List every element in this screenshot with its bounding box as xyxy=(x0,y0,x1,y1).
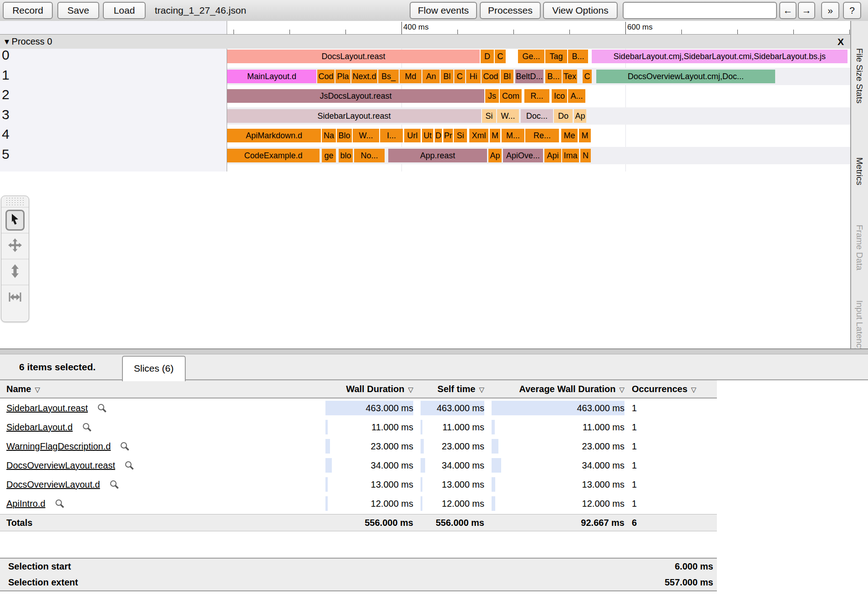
trace-slice[interactable]: Md xyxy=(400,70,421,83)
slice-name-link[interactable]: SidebarLayout.reast xyxy=(6,403,88,413)
trace-slice[interactable]: CodeExample.d xyxy=(227,149,320,162)
trace-slice[interactable]: Re... xyxy=(525,129,559,142)
trace-slice[interactable]: D xyxy=(435,129,442,142)
trace-slice[interactable]: DocsOverviewLayout.cmj,Doc... xyxy=(596,70,775,83)
more-options-button[interactable]: » xyxy=(821,2,839,19)
trace-slice[interactable]: Next.d xyxy=(351,70,377,83)
trace-slice[interactable]: Ge... xyxy=(518,50,544,63)
trace-slice[interactable]: Ico xyxy=(552,89,567,103)
trace-slice[interactable]: Cod xyxy=(482,70,500,83)
column-header-average-wall-duration[interactable]: Average Wall Duration▽ xyxy=(405,380,624,398)
trace-slice[interactable]: MainLayout.d xyxy=(227,70,316,83)
trace-slice[interactable]: M... xyxy=(502,129,524,142)
processes-button[interactable]: Processes xyxy=(480,2,541,19)
column-header-name[interactable]: Name▽ xyxy=(6,380,257,398)
view-options-button[interactable]: View Options xyxy=(543,2,618,19)
find-previous-button[interactable]: ← xyxy=(779,2,797,19)
trace-slice[interactable]: B... xyxy=(568,50,588,63)
load-button[interactable]: Load xyxy=(103,2,146,19)
trace-slice[interactable]: Ima xyxy=(562,149,579,162)
trace-slice[interactable]: A... xyxy=(568,89,585,103)
column-header-occurrences[interactable]: Occurrences▽ xyxy=(632,380,713,398)
trace-slice[interactable]: Ut xyxy=(422,129,433,142)
trace-slice[interactable]: Pr xyxy=(443,129,453,142)
trace-slice[interactable]: Bl xyxy=(501,70,513,83)
trace-slice[interactable]: Cod xyxy=(317,70,335,83)
trace-slice[interactable]: blo xyxy=(339,149,353,162)
trace-slice[interactable]: W... xyxy=(353,129,379,142)
trace-slice[interactable]: Tex xyxy=(563,70,577,83)
trace-slice[interactable]: Xml xyxy=(469,129,488,142)
trace-slice[interactable]: Bs_ xyxy=(378,70,399,83)
sidebar-tab-metrics[interactable]: Metrics xyxy=(854,157,864,185)
tab-slices[interactable]: Slices (6) xyxy=(122,356,186,381)
trace-slice[interactable]: D xyxy=(481,50,494,63)
magnifier-icon[interactable] xyxy=(82,422,92,432)
trace-slice[interactable]: An xyxy=(422,70,440,83)
trace-slice[interactable]: Js xyxy=(485,89,499,103)
magnifier-icon[interactable] xyxy=(55,499,65,509)
trace-slice[interactable]: C xyxy=(583,70,592,83)
sidebar-tab-frame-data[interactable]: Frame Data xyxy=(854,225,864,270)
trace-slice[interactable]: Com xyxy=(500,89,522,103)
trace-slice[interactable]: Ap xyxy=(574,109,586,123)
record-button[interactable]: Record xyxy=(3,2,53,19)
trace-slice[interactable]: Doc... xyxy=(521,109,553,123)
trace-slice[interactable]: SidebarLayout.reast xyxy=(227,109,481,123)
process-title[interactable]: ▾ Process 0 xyxy=(5,35,52,49)
search-input[interactable] xyxy=(623,2,777,19)
slice-name-link[interactable]: SidebarLayout.d xyxy=(6,422,73,432)
slice-name-link[interactable]: WarningFlagDescription.d xyxy=(6,441,111,451)
timeline-tracks[interactable]: 0DocsLayout.reastDCGe...TagB...SidebarLa… xyxy=(0,49,850,348)
sidebar-tab-file-size-stats[interactable]: File Size Stats xyxy=(854,48,864,103)
help-button[interactable]: ? xyxy=(843,2,861,19)
trace-slice[interactable]: R... xyxy=(524,89,549,103)
trace-slice[interactable]: Si xyxy=(454,129,467,142)
save-button[interactable]: Save xyxy=(57,2,99,19)
slice-name-link[interactable]: ApiIntro.d xyxy=(6,499,46,509)
trace-slice[interactable]: ApiMarkdown.d xyxy=(227,129,321,142)
trace-slice[interactable]: Me xyxy=(561,129,578,142)
trace-slice[interactable]: Pla xyxy=(335,70,350,83)
trace-slice[interactable]: M xyxy=(579,129,591,142)
magnifier-icon[interactable] xyxy=(109,479,119,489)
trace-slice[interactable]: No... xyxy=(354,149,385,162)
slice-name-link[interactable]: DocsOverviewLayout.reast xyxy=(6,460,115,470)
trace-slice[interactable]: App.reast xyxy=(388,149,487,162)
vertical-zoom-tool-button[interactable] xyxy=(1,259,29,285)
trace-slice[interactable]: Na xyxy=(322,129,336,142)
slice-name-link[interactable]: DocsOverviewLayout.d xyxy=(6,479,100,489)
process-close-button[interactable]: X xyxy=(838,35,844,49)
trace-slice[interactable]: Tag xyxy=(545,50,567,63)
magnifier-icon[interactable] xyxy=(124,460,134,470)
trace-slice[interactable]: Bl xyxy=(441,70,453,83)
magnifier-icon[interactable] xyxy=(120,441,130,451)
trace-slice[interactable]: Ap xyxy=(488,149,502,162)
trace-slice[interactable]: Si xyxy=(482,109,496,123)
process-header[interactable]: ▾ Process 0 X xyxy=(0,34,850,50)
trace-slice[interactable]: ApiOve... xyxy=(503,149,543,162)
pan-tool-button[interactable] xyxy=(1,233,29,259)
trace-slice[interactable]: BeltD... xyxy=(515,70,543,83)
sidebar-tab-input-latency[interactable]: Input Latency xyxy=(854,300,864,348)
trace-slice[interactable]: C xyxy=(495,50,506,63)
magnifier-icon[interactable] xyxy=(97,403,107,413)
trace-slice[interactable]: I... xyxy=(380,129,403,142)
find-next-button[interactable]: → xyxy=(798,2,815,19)
trace-slice[interactable]: Blo xyxy=(337,129,352,142)
trace-slice[interactable]: N xyxy=(580,149,591,162)
trace-slice[interactable]: JsDocsLayout.reast xyxy=(227,89,484,103)
trace-slice[interactable]: Url xyxy=(404,129,421,142)
panel-splitter[interactable] xyxy=(0,348,868,354)
trace-slice[interactable]: Hi xyxy=(466,70,481,83)
flow-events-button[interactable]: Flow events xyxy=(410,2,477,19)
palette-grip-handle[interactable] xyxy=(5,198,25,207)
trace-slice[interactable]: Api xyxy=(544,149,561,162)
timing-tool-button[interactable] xyxy=(1,285,29,311)
trace-slice[interactable]: C xyxy=(454,70,465,83)
trace-slice[interactable]: B... xyxy=(545,70,562,83)
trace-slice[interactable]: M xyxy=(490,129,500,142)
trace-slice[interactable]: SidebarLayout.cmj,SidebarLayout.cmi,Side… xyxy=(592,50,848,63)
select-tool-button[interactable] xyxy=(1,207,29,233)
time-ruler[interactable]: 400 ms600 ms xyxy=(0,21,850,34)
